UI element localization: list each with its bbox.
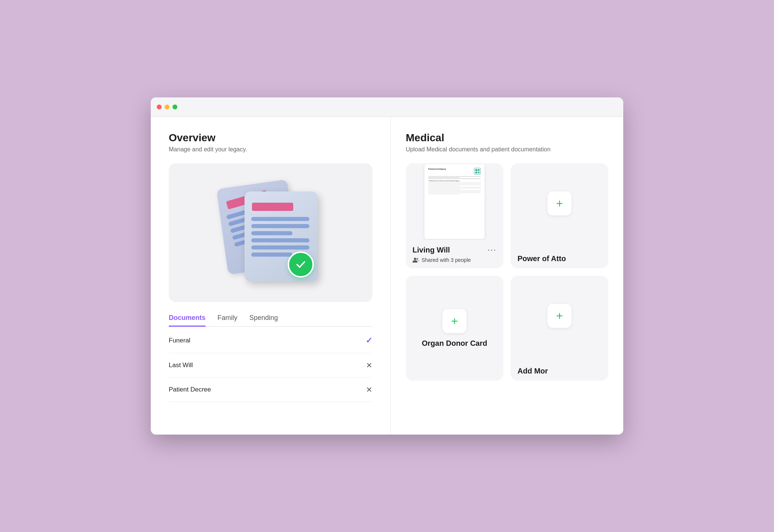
living-will-footer: Living Will ··· Shared with 3 people: [406, 240, 503, 268]
svg-point-1: [416, 258, 418, 260]
patientdecree-x-icon: ✕: [366, 385, 372, 394]
organ-donor-add-button[interactable]: +: [442, 309, 466, 333]
add-more-plus-icon: +: [556, 310, 563, 322]
hero-image: [169, 163, 372, 302]
traffic-lights: [157, 105, 177, 109]
add-more-button[interactable]: +: [548, 304, 572, 328]
medical-title: Medical: [406, 132, 608, 144]
right-panel: Medical Upload Medical documents and pat…: [391, 117, 623, 435]
document-illustration: [222, 176, 320, 289]
power-of-attorney-card[interactable]: + Power of Atto: [511, 163, 608, 268]
lastwill-x-icon: ✕: [366, 361, 372, 370]
living-will-card-title: Living Will: [412, 246, 450, 254]
minimize-button[interactable]: [165, 105, 170, 109]
doc-front-header: [252, 203, 293, 211]
add-more-footer: Add Mor: [511, 362, 608, 381]
living-will-document: Patientenverfügung: [424, 164, 484, 239]
living-will-preview: Patientenverfügung: [406, 163, 503, 240]
doc-item-name-funeral: Funeral: [169, 337, 190, 344]
tab-documents[interactable]: Documents: [169, 314, 206, 327]
svg-point-0: [414, 258, 416, 260]
tab-spending[interactable]: Spending: [249, 314, 278, 327]
doc-item-funeral: Funeral ✓: [169, 328, 372, 353]
add-more-preview: +: [511, 276, 608, 362]
add-more-title: Add Mor: [518, 367, 548, 375]
overview-title: Overview: [169, 132, 372, 144]
left-panel: Overview Manage and edit your legacy.: [151, 117, 391, 435]
power-of-attorney-title: Power of Atto: [518, 254, 566, 263]
doc-item-lastwill: Last Will ✕: [169, 353, 372, 378]
organ-donor-plus-icon: +: [451, 315, 458, 327]
plus-icon: +: [556, 197, 563, 209]
doc-item-name-lastwill: Last Will: [169, 362, 193, 369]
living-will-shared: Shared with 3 people: [412, 257, 496, 263]
cards-grid: Patientenverfügung: [406, 163, 608, 381]
content-area: Overview Manage and edit your legacy.: [151, 117, 623, 435]
living-will-title-row: Living Will ···: [412, 245, 496, 255]
check-badge: [288, 251, 314, 278]
medical-subtitle: Upload Medical documents and patient doc…: [406, 146, 608, 153]
tab-family[interactable]: Family: [218, 314, 237, 327]
app-window: Overview Manage and edit your legacy.: [151, 97, 623, 435]
titlebar: [151, 97, 623, 117]
tabs: Documents Family Spending: [169, 314, 372, 327]
funeral-check-icon: ✓: [366, 336, 372, 345]
power-of-attorney-add-button[interactable]: +: [548, 191, 572, 215]
document-list: Funeral ✓ Last Will ✕ Patient Decree ✕: [169, 328, 372, 402]
organ-donor-card-title: Organ Donor Card: [422, 339, 487, 348]
organ-donor-card[interactable]: + Organ Donor Card: [406, 276, 503, 381]
power-of-attorney-preview: +: [511, 163, 608, 249]
doc-front: [244, 191, 318, 281]
overview-subtitle: Manage and edit your legacy.: [169, 146, 372, 153]
add-more-card[interactable]: + Add Mor: [511, 276, 608, 381]
living-will-more-button[interactable]: ···: [488, 245, 496, 255]
doc-item-name-patientdecree: Patient Decree: [169, 386, 211, 393]
living-will-card[interactable]: Patientenverfügung: [406, 163, 503, 268]
close-button[interactable]: [157, 105, 162, 109]
doc-item-patientdecree: Patient Decree ✕: [169, 378, 372, 402]
power-of-attorney-footer: Power of Atto: [511, 249, 608, 268]
shared-text: Shared with 3 people: [422, 257, 471, 263]
maximize-button[interactable]: [172, 105, 177, 109]
